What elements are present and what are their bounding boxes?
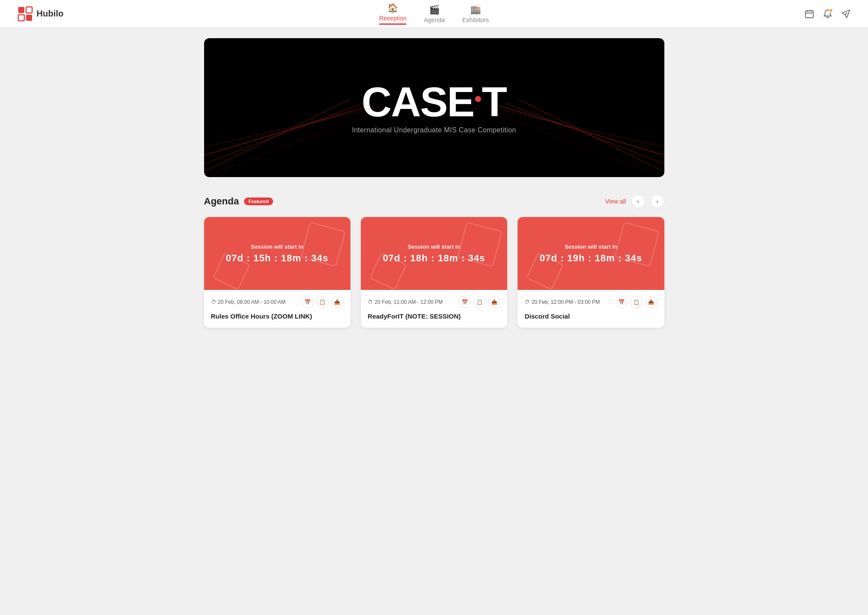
- session-starts-label-1: Session will start in: [408, 243, 460, 250]
- nav-exhibitors-label: Exhibitors: [462, 16, 489, 23]
- nav-reception-underline: [379, 23, 406, 25]
- banner-title-case: CASE: [362, 79, 474, 125]
- session-starts-label-0: Session will start in: [251, 243, 303, 250]
- event-title: CASET: [362, 81, 506, 123]
- notification-button[interactable]: [823, 9, 832, 19]
- banner-title-t: T: [482, 79, 507, 125]
- session-card-body-1: ⏱ 20 Feb, 11:00 AM - 12:00 PM 📅 📋 📤 Read…: [361, 290, 507, 328]
- send-button[interactable]: [841, 9, 851, 19]
- svg-rect-2: [18, 15, 24, 21]
- session-copy-btn-2[interactable]: 📋: [630, 296, 643, 308]
- session-meta-0: ⏱ 20 Feb, 08:00 AM - 10:00 AM 📅 📋 📤: [211, 296, 343, 308]
- session-name-2: Discord Social: [525, 312, 657, 320]
- session-actions-2: 📅 📋 📤: [616, 296, 657, 308]
- clock-icon-2: ⏱: [525, 299, 530, 305]
- session-date-1: ⏱ 20 Feb, 11:00 AM - 12:00 PM: [368, 299, 443, 305]
- session-card-header-2: Session will start in 07d : 19h : 18m : …: [518, 217, 664, 290]
- session-countdown-1: 07d : 18h : 18m : 34s: [383, 253, 485, 264]
- session-copy-btn-0[interactable]: 📋: [317, 296, 329, 308]
- nav-reception[interactable]: 🏠 Reception: [379, 3, 406, 25]
- session-countdown-2: 07d : 19h : 18m : 34s: [540, 253, 642, 264]
- logo[interactable]: Hubilo: [17, 6, 63, 22]
- featured-badge: Featured: [244, 197, 273, 205]
- next-arrow-button[interactable]: ›: [650, 194, 664, 208]
- session-export-btn-0[interactable]: 📤: [331, 296, 343, 308]
- hubilo-logo-icon: [17, 6, 33, 22]
- session-meta-2: ⏱ 20 Feb, 12:00 PM - 03:00 PM 📅 📋 📤: [525, 296, 657, 308]
- nav-agenda-label: Agenda: [424, 16, 445, 23]
- svg-line-15: [505, 103, 664, 164]
- session-meta-1: ⏱ 20 Feb, 11:00 AM - 12:00 PM 📅 📋 📤: [368, 296, 500, 308]
- header-actions: [805, 9, 851, 19]
- event-banner: CASET International Undergraduate MIS Ca…: [204, 38, 664, 177]
- session-date-0: ⏱ 20 Feb, 08:00 AM - 10:00 AM: [211, 299, 286, 305]
- clock-icon-1: ⏱: [368, 299, 373, 305]
- agenda-header-right: View all ‹ ›: [605, 194, 664, 208]
- prev-arrow-button[interactable]: ‹: [631, 194, 645, 208]
- session-cards-grid: Session will start in 07d : 15h : 18m : …: [204, 217, 664, 328]
- banner-title-dot: [475, 96, 481, 102]
- session-date-2: ⏱ 20 Feb, 12:00 PM - 03:00 PM: [525, 299, 600, 305]
- nav-exhibitors[interactable]: 🏬 Exhibitors: [462, 4, 489, 23]
- session-export-btn-2[interactable]: 📤: [645, 296, 657, 308]
- event-subtitle: International Undergraduate MIS Case Com…: [352, 126, 516, 134]
- nav-agenda[interactable]: 🎬 Agenda: [424, 4, 445, 23]
- session-card-header-1: Session will start in 07d : 18h : 18m : …: [361, 217, 507, 290]
- svg-rect-3: [26, 15, 32, 21]
- reception-icon: 🏠: [387, 3, 398, 13]
- session-card-0[interactable]: Session will start in 07d : 15h : 18m : …: [204, 217, 350, 328]
- session-calendar-btn-2[interactable]: 📅: [616, 296, 628, 308]
- agenda-section: Agenda Featured View all ‹ › Session wil…: [204, 194, 664, 328]
- session-card-1[interactable]: Session will start in 07d : 18h : 18m : …: [361, 217, 507, 328]
- svg-line-17: [518, 99, 664, 172]
- session-name-0: Rules Office Hours (ZOOM LINK): [211, 312, 343, 320]
- session-card-body-2: ⏱ 20 Feb, 12:00 PM - 03:00 PM 📅 📋 📤 Disc…: [518, 290, 664, 328]
- clock-icon-0: ⏱: [211, 299, 216, 305]
- svg-line-18: [484, 109, 651, 172]
- exhibitors-icon: 🏬: [470, 4, 481, 15]
- svg-line-8: [845, 13, 847, 15]
- calendar-icon: [805, 9, 814, 19]
- session-copy-btn-1[interactable]: 📋: [473, 296, 485, 308]
- svg-line-13: [216, 109, 383, 172]
- session-card-body-0: ⏱ 20 Feb, 08:00 AM - 10:00 AM 📅 📋 📤 Rule…: [204, 290, 350, 328]
- view-all-link[interactable]: View all: [605, 198, 626, 205]
- logo-text: Hubilo: [36, 9, 63, 19]
- session-actions-1: 📅 📋 📤: [459, 296, 500, 308]
- send-icon: [841, 9, 851, 19]
- agenda-icon: 🎬: [429, 4, 440, 15]
- svg-rect-1: [26, 7, 32, 13]
- main-content: CASET International Undergraduate MIS Ca…: [195, 38, 673, 345]
- svg-rect-0: [18, 7, 24, 13]
- session-calendar-btn-1[interactable]: 📅: [459, 296, 471, 308]
- svg-line-12: [204, 99, 350, 172]
- session-card-2[interactable]: Session will start in 07d : 19h : 18m : …: [518, 217, 664, 328]
- session-countdown-0: 07d : 15h : 18m : 34s: [226, 253, 328, 264]
- header: Hubilo 🏠 Reception 🎬 Agenda 🏬 Exhibitors: [0, 0, 868, 28]
- nav-reception-label: Reception: [379, 15, 406, 22]
- notification-dot: [829, 8, 833, 13]
- calendar-button[interactable]: [805, 9, 814, 19]
- agenda-section-title: Agenda: [204, 196, 239, 207]
- session-starts-label-2: Session will start in: [564, 243, 617, 250]
- banner-container: CASET International Undergraduate MIS Ca…: [204, 38, 664, 177]
- agenda-header-left: Agenda Featured: [204, 196, 273, 207]
- session-card-header-0: Session will start in 07d : 15h : 18m : …: [204, 217, 350, 290]
- session-name-1: ReadyForIT (NOTE: SESSION): [368, 312, 500, 320]
- svg-rect-4: [805, 11, 813, 18]
- session-actions-0: 📅 📋 📤: [302, 296, 343, 308]
- session-export-btn-1[interactable]: 📤: [488, 296, 500, 308]
- agenda-header: Agenda Featured View all ‹ ›: [204, 194, 664, 208]
- main-nav: 🏠 Reception 🎬 Agenda 🏬 Exhibitors: [379, 3, 489, 25]
- session-calendar-btn-0[interactable]: 📅: [302, 296, 314, 308]
- svg-line-10: [204, 103, 363, 164]
